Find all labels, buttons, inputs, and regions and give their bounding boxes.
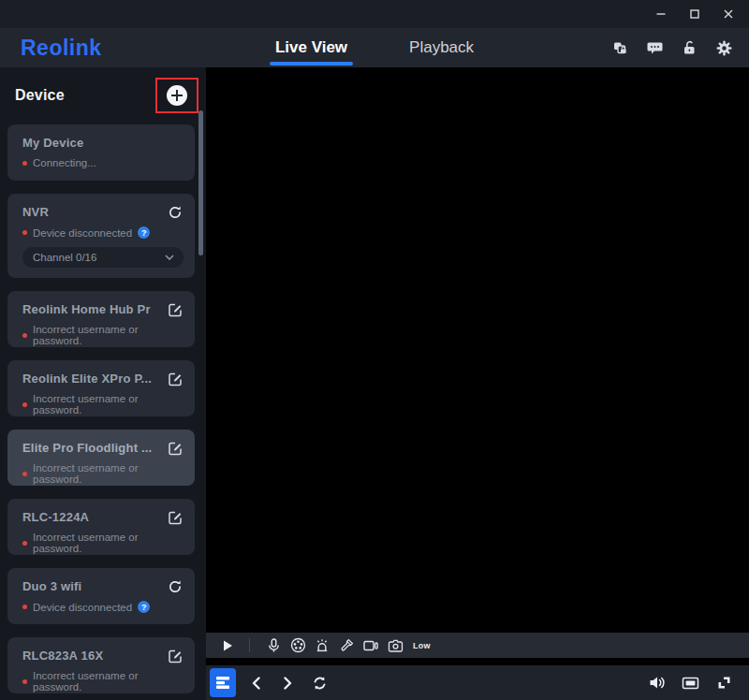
device-card-rlc823a[interactable]: RLC823A 16X Incorrect username or passwo…: [7, 637, 195, 693]
previous-page-button[interactable]: [243, 665, 268, 700]
sidebar-scrollbar[interactable]: [198, 110, 203, 255]
tab-playback[interactable]: Playback: [407, 28, 476, 67]
sync-icon: [312, 676, 328, 691]
edit-login-button[interactable]: [167, 440, 184, 457]
display-mode-button[interactable]: [678, 665, 702, 700]
edit-icon: [169, 303, 183, 317]
feedback-icon: [646, 39, 664, 57]
device-card-home-hub[interactable]: Reolink Home Hub Pr Incorrect username o…: [7, 291, 195, 347]
status-dot: [22, 679, 27, 684]
snapshot-icon: [388, 638, 404, 653]
device-status: Incorrect username or password.: [33, 324, 184, 346]
spotlight-icon: [339, 638, 354, 653]
devices-lock-button[interactable]: [608, 36, 632, 60]
navbar-icons: [608, 28, 736, 67]
video-display-area[interactable]: [206, 67, 749, 633]
volume-button[interactable]: [644, 665, 668, 700]
lock-client-button[interactable]: [677, 36, 701, 60]
spotlight-button[interactable]: [334, 633, 359, 658]
active-tab-underline: [270, 62, 353, 66]
device-status: Incorrect username or password.: [33, 462, 184, 485]
titlebar: [0, 0, 749, 28]
maximize-button[interactable]: [682, 4, 708, 24]
help-icon[interactable]: ?: [138, 601, 150, 613]
sidebar-title: Device: [15, 87, 65, 104]
device-status-row: Incorrect username or password.: [22, 670, 184, 693]
device-name: Reolink Elite XPro P...: [22, 372, 168, 386]
close-icon: [723, 8, 734, 20]
edit-icon: [169, 442, 183, 456]
help-icon[interactable]: ?: [138, 226, 150, 239]
device-name: NVR: [22, 205, 168, 219]
minimize-button[interactable]: [648, 4, 674, 24]
refresh-streams-button[interactable]: [307, 665, 331, 700]
refresh-icon: [168, 579, 183, 594]
talk-button[interactable]: [261, 633, 286, 658]
edit-login-button[interactable]: [167, 648, 184, 664]
reolink-client-window: Reolink Live View Playback: [0, 0, 749, 700]
settings-button[interactable]: [712, 36, 736, 60]
channel-dropdown-value: Channel 0/16: [33, 252, 96, 263]
device-list: My Device Connecting... NVR: [0, 124, 206, 693]
device-name: RLC823A 16X: [22, 649, 168, 663]
display-icon: [682, 676, 699, 691]
siren-button[interactable]: [310, 633, 334, 658]
refresh-icon: [168, 205, 183, 220]
devices-lock-icon: [611, 39, 629, 57]
device-card-elite-floodlight[interactable]: Elite Pro Floodlight ... Incorrect usern…: [7, 430, 195, 486]
ptz-button[interactable]: [286, 633, 310, 658]
app-body: Device My Device Connecting... NVR: [0, 67, 749, 700]
snapshot-button[interactable]: [383, 633, 407, 658]
record-button[interactable]: [359, 633, 383, 658]
maximize-icon: [689, 8, 700, 20]
play-button[interactable]: [206, 633, 249, 658]
close-button[interactable]: [715, 4, 742, 24]
add-device-button[interactable]: [167, 85, 187, 106]
device-status: Incorrect username or password.: [33, 670, 184, 693]
screen-layout-button[interactable]: [210, 668, 236, 697]
unlock-icon: [681, 39, 698, 56]
device-status-row: Connecting...: [22, 157, 184, 168]
device-name: Duo 3 wifi: [22, 579, 168, 593]
device-card-rlc1224a[interactable]: RLC-1224A Incorrect username or password…: [7, 499, 195, 555]
status-dot: [22, 541, 27, 546]
bottom-bar-right: [644, 665, 736, 700]
device-status-row: Device disconnected ?: [22, 601, 184, 613]
fullscreen-button[interactable]: [712, 665, 736, 700]
bottom-bar: [206, 665, 749, 700]
device-status: Incorrect username or password.: [33, 532, 184, 554]
edit-login-button[interactable]: [167, 509, 184, 526]
red-highlight-box: [155, 78, 198, 113]
next-page-button[interactable]: [275, 665, 300, 700]
mic-icon: [267, 638, 281, 653]
status-dot: [22, 333, 27, 338]
stream-toolbar: Low: [206, 633, 749, 658]
edit-icon: [169, 511, 183, 525]
tab-live-view[interactable]: Live View: [273, 28, 349, 67]
volume-icon: [648, 675, 666, 691]
device-name: Elite Pro Floodlight ...: [22, 441, 168, 455]
feedback-button[interactable]: [642, 36, 667, 60]
retry-connect-button[interactable]: [167, 204, 184, 221]
status-dot: [22, 402, 27, 407]
play-icon: [221, 639, 234, 652]
edit-icon: [169, 372, 183, 386]
device-card-duo3-wifi[interactable]: Duo 3 wifi Device disconnected ?: [7, 568, 195, 624]
status-dot: [22, 605, 27, 609]
stream-quality-button[interactable]: Low: [413, 641, 431, 650]
edit-login-button[interactable]: [167, 371, 184, 387]
channel-dropdown[interactable]: Channel 0/16: [22, 247, 184, 268]
device-status: Incorrect username or password.: [33, 393, 184, 416]
device-card-elite-xpro[interactable]: Reolink Elite XPro P... Incorrect userna…: [7, 360, 195, 416]
navbar: Reolink Live View Playback: [0, 28, 749, 67]
edit-login-button[interactable]: [167, 301, 184, 318]
status-dot: [22, 161, 27, 166]
device-card-nvr[interactable]: NVR Device disconnected ?: [7, 194, 195, 278]
device-name: RLC-1224A: [22, 510, 168, 524]
device-sidebar: Device My Device Connecting... NVR: [0, 67, 206, 700]
device-status-row: Incorrect username or password.: [22, 532, 184, 554]
retry-connect-button[interactable]: [167, 578, 184, 595]
minimize-icon: [655, 8, 667, 20]
device-card-my-device[interactable]: My Device Connecting...: [7, 124, 195, 181]
chevron-down-icon: [165, 255, 174, 260]
